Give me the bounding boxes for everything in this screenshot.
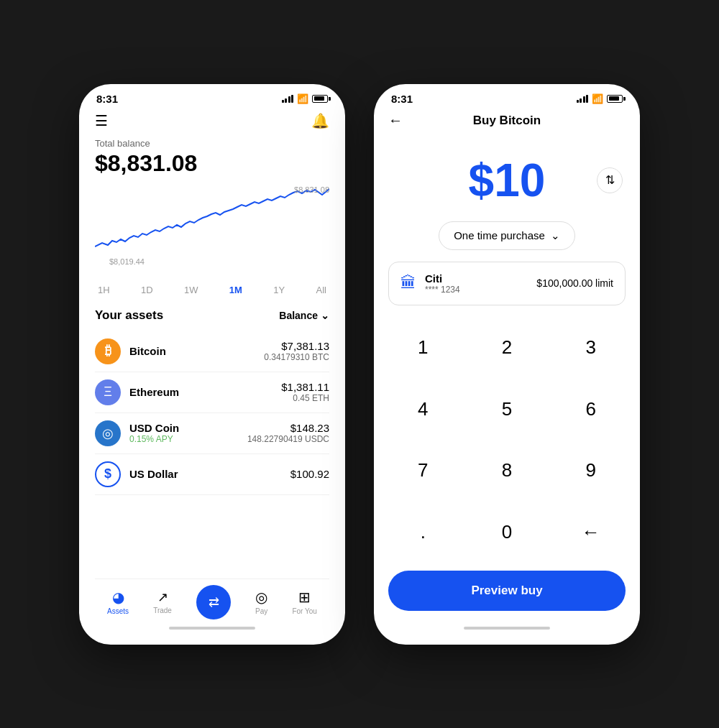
numpad: 1 2 3 4 5 6 7 8 9 . 0 ←: [374, 317, 640, 563]
battery-icon-right: [607, 95, 623, 103]
swap-icon: ⇄: [209, 594, 219, 610]
nav-assets[interactable]: ◕ Assets: [107, 589, 129, 615]
usdc-values: $148.23 148.22790419 USDC: [247, 422, 329, 444]
back-button[interactable]: ←: [388, 112, 403, 129]
payment-card[interactable]: 🏛 Citi **** 1234 $100,000.00 limit: [388, 262, 626, 305]
menu-icon[interactable]: ☰: [95, 112, 108, 129]
key-6[interactable]: 6: [549, 378, 633, 440]
preview-section: Preview buy: [374, 563, 640, 622]
key-4[interactable]: 4: [381, 378, 465, 440]
eth-values: $1,381.11 0.45 ETH: [281, 381, 329, 403]
asset-row-usdc[interactable]: ◎ USD Coin 0.15% APY $148.23 148.2279041…: [95, 413, 329, 454]
btc-name: Bitcoin: [129, 345, 264, 357]
right-nav: ← Buy Bitcoin: [374, 108, 640, 137]
usd-icon: $: [95, 461, 121, 487]
chart-low-label: $8,019.44: [109, 257, 145, 266]
assets-title: Your assets: [95, 308, 163, 323]
key-3[interactable]: 3: [549, 317, 633, 379]
balance-sort[interactable]: Balance ⌄: [279, 310, 329, 321]
usdc-value: $148.23: [247, 422, 329, 434]
usdc-name: USD Coin: [129, 422, 247, 434]
bank-limit: $100,000.00 limit: [536, 277, 613, 289]
price-chart: [95, 185, 329, 264]
btc-icon: ₿: [95, 338, 121, 364]
balance-amount: $8,831.08: [95, 150, 329, 177]
eth-info: Ethereum: [129, 386, 281, 398]
purchase-type-section: One time purchase ⌄: [374, 221, 640, 262]
home-indicator-right: [464, 627, 550, 630]
filter-all[interactable]: All: [313, 283, 329, 297]
balance-section: Total balance $8,831.08: [95, 138, 329, 177]
purchase-type-dropdown[interactable]: One time purchase ⌄: [439, 221, 575, 250]
signal-icon: [282, 95, 294, 103]
amount-section: $10 ⇅: [374, 137, 640, 221]
status-time-left: 8:31: [96, 93, 118, 105]
assets-label: Assets: [107, 607, 129, 615]
bank-info: Citi **** 1234: [425, 272, 528, 295]
usdc-info: USD Coin 0.15% APY: [129, 422, 247, 444]
left-phone: 8:31 📶 ☰ 🔔 Total balance $8,831.08: [79, 84, 345, 645]
status-bar-left: 8:31 📶: [79, 84, 345, 108]
chart-container: $8,831.08 $8,019.44: [95, 185, 329, 279]
usdc-apy: 0.15% APY: [129, 434, 247, 444]
right-phone: 8:31 📶 ← Buy Bitcoin $10 ⇅: [374, 84, 640, 645]
nav-swap-button[interactable]: ⇄: [196, 585, 231, 619]
filter-1w[interactable]: 1W: [181, 283, 201, 297]
sort-label: Balance: [279, 310, 318, 321]
trade-label: Trade: [153, 607, 172, 614]
nav-foryou[interactable]: ⊞ For You: [292, 589, 316, 615]
btc-amount: 0.34179310 BTC: [264, 352, 329, 362]
convert-icon: ⇅: [605, 173, 615, 187]
chart-high-label: $8,831.08: [294, 185, 329, 194]
usd-info: US Dollar: [129, 468, 290, 480]
filter-1h[interactable]: 1H: [95, 283, 113, 297]
right-phone-content: ← Buy Bitcoin $10 ⇅ One time purchase ⌄ …: [374, 108, 640, 632]
asset-list: ₿ Bitcoin $7,381.13 0.34179310 BTC Ξ Eth…: [95, 331, 329, 579]
nav-pay[interactable]: ◎ Pay: [255, 589, 267, 615]
bottom-nav: ◕ Assets ↗ Trade ⇄ ◎ Pay ⊞ For You: [95, 579, 329, 622]
key-9[interactable]: 9: [549, 440, 633, 502]
wifi-icon-right: 📶: [592, 93, 603, 104]
key-0[interactable]: 0: [465, 502, 549, 563]
amount-display: $10: [469, 154, 546, 207]
key-1[interactable]: 1: [381, 317, 465, 379]
eth-icon: Ξ: [95, 379, 121, 405]
usd-values: $100.92: [290, 468, 329, 480]
balance-label: Total balance: [95, 138, 329, 149]
key-7[interactable]: 7: [381, 440, 465, 502]
convert-button[interactable]: ⇅: [597, 167, 623, 193]
status-icons-left: 📶: [282, 93, 329, 104]
status-icons-right: 📶: [577, 93, 623, 104]
nav-trade[interactable]: ↗ Trade: [153, 589, 172, 614]
asset-row-usd[interactable]: $ US Dollar $100.92: [95, 454, 329, 495]
purchase-type-label: One time purchase: [454, 229, 545, 241]
page-title: Buy Bitcoin: [473, 114, 541, 128]
trade-icon: ↗: [157, 589, 168, 605]
filter-1y[interactable]: 1Y: [270, 283, 288, 297]
status-time-right: 8:31: [391, 93, 413, 105]
asset-row-eth[interactable]: Ξ Ethereum $1,381.11 0.45 ETH: [95, 372, 329, 413]
btc-info: Bitcoin: [129, 345, 264, 357]
key-8[interactable]: 8: [465, 440, 549, 502]
preview-buy-button[interactable]: Preview buy: [388, 571, 626, 611]
left-phone-content: ☰ 🔔 Total balance $8,831.08 $8,831.08 $8…: [79, 108, 345, 632]
key-5[interactable]: 5: [465, 378, 549, 440]
bank-number: **** 1234: [425, 285, 528, 295]
key-2[interactable]: 2: [465, 317, 549, 379]
eth-value: $1,381.11: [281, 381, 329, 393]
filter-1d[interactable]: 1D: [138, 283, 156, 297]
asset-row-btc[interactable]: ₿ Bitcoin $7,381.13 0.34179310 BTC: [95, 331, 329, 372]
assets-icon: ◕: [112, 589, 124, 606]
filter-1m[interactable]: 1M: [226, 283, 245, 297]
usd-value: $100.92: [290, 468, 329, 480]
battery-icon: [312, 95, 328, 103]
pay-icon: ◎: [255, 589, 267, 606]
usd-name: US Dollar: [129, 468, 290, 480]
bell-icon[interactable]: 🔔: [311, 112, 329, 129]
status-bar-right: 8:31 📶: [374, 84, 640, 108]
chevron-down-icon-purchase: ⌄: [551, 229, 560, 242]
bank-name: Citi: [425, 272, 528, 285]
usdc-icon: ◎: [95, 420, 121, 446]
key-backspace[interactable]: ←: [549, 502, 633, 563]
key-decimal[interactable]: .: [381, 502, 465, 563]
